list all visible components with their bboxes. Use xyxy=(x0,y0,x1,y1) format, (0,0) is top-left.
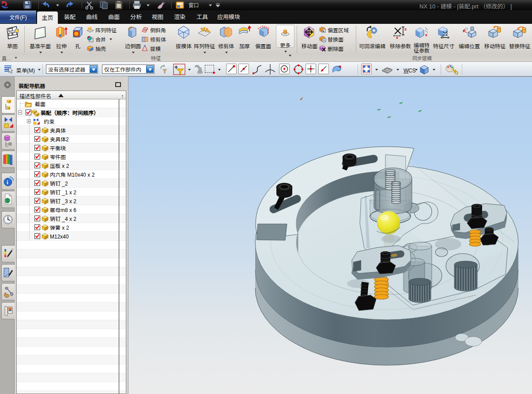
svg-text:x: x xyxy=(444,31,446,36)
svg-text:i: i xyxy=(7,179,8,186)
svg-text:x: x xyxy=(425,32,427,38)
svg-text:窗口: 窗口 xyxy=(189,1,199,8)
svg-text:x: x xyxy=(404,26,407,32)
svg-text:x: x xyxy=(396,34,398,39)
